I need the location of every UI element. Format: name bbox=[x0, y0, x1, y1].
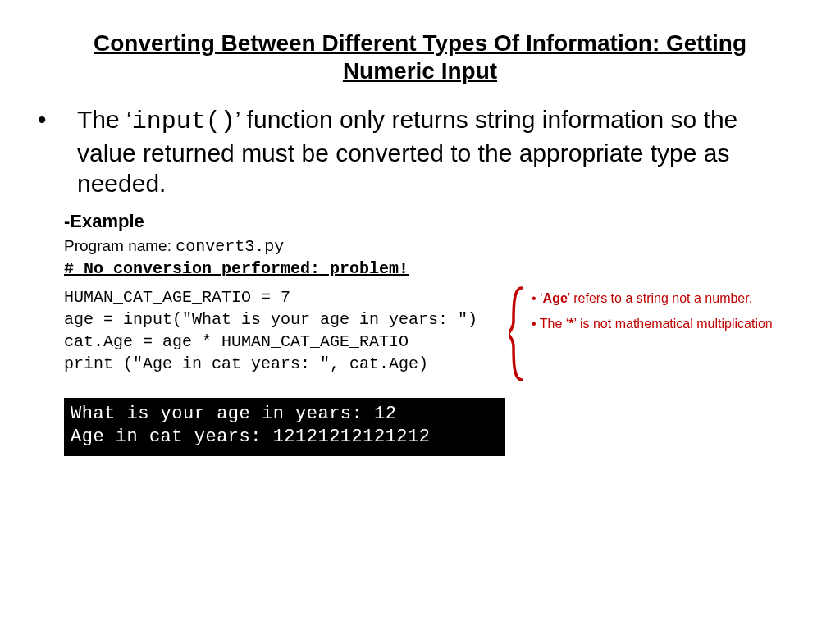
program-name-line: Program name: convert3.py bbox=[64, 237, 840, 256]
curly-brace-icon bbox=[509, 285, 525, 383]
note2-pre: • The ‘ bbox=[532, 317, 568, 331]
example-label: -Example bbox=[64, 211, 840, 232]
note-2: • The ‘*’ is not mathematical multiplica… bbox=[532, 315, 773, 333]
notes-column: • ‘Age’ refers to a string not a number.… bbox=[525, 285, 840, 341]
note2-post: ’ is not mathematical multiplication bbox=[574, 317, 773, 331]
bullet-pre: The ‘ bbox=[77, 106, 132, 133]
terminal-line-1: What is your age in years: 12 bbox=[71, 403, 497, 427]
code-column: HUMAN_CAT_AGE_RATIO = 7 age = input("Wha… bbox=[0, 285, 509, 375]
code-comment: # No conversion performed: problem! bbox=[64, 259, 840, 278]
note1-bold: Age bbox=[543, 291, 568, 305]
bullet-dot: • bbox=[57, 104, 77, 135]
slide-title: Converting Between Different Types Of In… bbox=[57, 30, 783, 84]
slide: Converting Between Different Types Of In… bbox=[0, 30, 840, 630]
program-label: Program name: bbox=[64, 237, 176, 254]
bullet-code: input() bbox=[132, 107, 235, 135]
program-filename: convert3.py bbox=[176, 237, 284, 256]
main-bullet: •The ‘input()’ function only returns str… bbox=[57, 104, 799, 199]
example-label-text: -Example bbox=[64, 211, 144, 231]
code-and-notes-row: HUMAN_CAT_AGE_RATIO = 7 age = input("Wha… bbox=[0, 285, 840, 383]
terminal-output: What is your age in years: 12 Age in cat… bbox=[64, 398, 505, 456]
terminal-line-2: Age in cat years: 12121212121212 bbox=[71, 426, 497, 450]
note1-pre: • ‘ bbox=[532, 291, 543, 305]
note1-post: ’ refers to a string not a number. bbox=[568, 291, 752, 305]
side-notes: • ‘Age’ refers to a string not a number.… bbox=[532, 290, 773, 341]
note-1: • ‘Age’ refers to a string not a number. bbox=[532, 290, 773, 308]
code-body: HUMAN_CAT_AGE_RATIO = 7 age = input("Wha… bbox=[64, 286, 509, 375]
